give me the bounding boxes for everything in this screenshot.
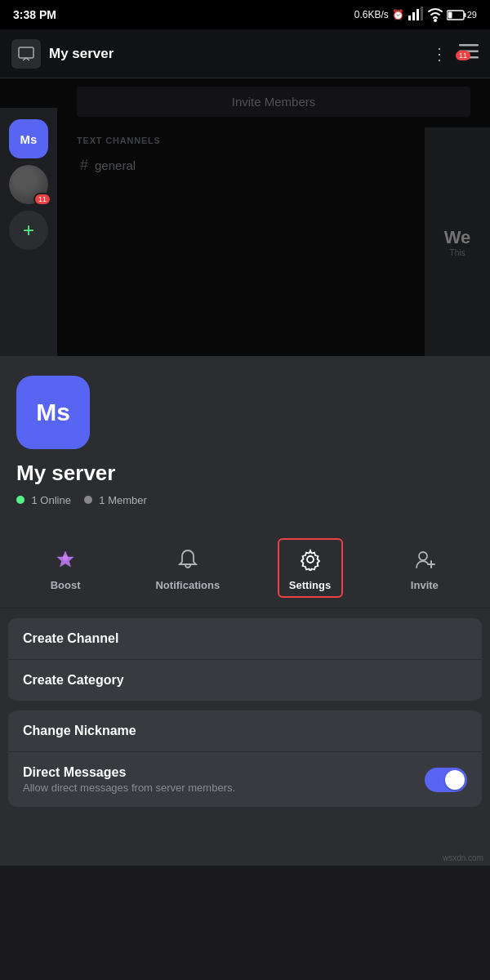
dim-overlay	[0, 78, 490, 356]
boost-button[interactable]: Boost	[33, 540, 98, 596]
server-icon-avatar-wrap: 11	[9, 165, 48, 204]
clock-icon: ⏰	[392, 9, 404, 20]
server-name-header: My server	[49, 46, 423, 62]
add-person-icon	[410, 545, 439, 574]
svg-point-12	[63, 555, 68, 560]
dm-text-group: Direct Messages Allow direct messages fr…	[23, 765, 235, 794]
menu-section-2: Change Nickname Direct Messages Allow di…	[8, 710, 482, 807]
direct-messages-label: Direct Messages	[23, 765, 235, 780]
direct-messages-item[interactable]: Direct Messages Allow direct messages fr…	[8, 752, 482, 807]
server-profile: Ms My server 1 Online 1 Member	[0, 356, 490, 523]
server-stats: 1 Online 1 Member	[16, 492, 474, 507]
server-avatar-large: Ms	[16, 376, 90, 449]
bell-icon	[173, 545, 203, 574]
toggle-knob	[445, 770, 465, 790]
settings-button[interactable]: Settings	[278, 538, 343, 598]
bottom-spacer	[0, 817, 490, 866]
direct-messages-toggle[interactable]	[425, 768, 467, 792]
server-name-large: My server	[16, 461, 474, 486]
svg-rect-7	[448, 11, 452, 18]
settings-label: Settings	[289, 579, 331, 591]
notif-badge: 11	[456, 51, 470, 60]
notifications-button[interactable]: Notifications	[147, 540, 228, 596]
boost-label: Boost	[51, 579, 81, 591]
menu-section-1: Create Channel Create Category	[8, 618, 482, 701]
bottom-sheet: Ms My server 1 Online 1 Member Boost	[0, 356, 490, 866]
svg-rect-0	[408, 16, 411, 20]
add-server-button[interactable]: +	[9, 211, 48, 250]
create-channel-label: Create Channel	[23, 631, 118, 646]
chat-icon	[11, 39, 41, 69]
member-stat: 1 Member	[84, 492, 147, 507]
svg-point-4	[434, 20, 436, 21]
notifications-label: Notifications	[155, 579, 220, 591]
invite-label: Invite	[411, 579, 439, 591]
status-time: 3:38 PM	[13, 8, 56, 21]
svg-rect-9	[459, 44, 479, 47]
svg-rect-3	[421, 7, 423, 20]
channel-area-overlay: Ms 11 + Invite Members TEXT CHANNELS + #…	[0, 78, 490, 356]
create-category-item[interactable]: Create Category	[8, 660, 482, 701]
wifi-icon	[427, 6, 443, 24]
battery-icon: 29	[447, 10, 477, 20]
server-list: Ms 11 +	[0, 108, 57, 356]
svg-rect-2	[416, 9, 419, 20]
member-dot	[84, 496, 92, 504]
change-nickname-item[interactable]: Change Nickname	[8, 710, 482, 752]
watermark: wsxdn.com	[443, 853, 483, 862]
action-row: Boost Notifications Settings	[0, 523, 490, 608]
change-nickname-label: Change Nickname	[23, 724, 136, 738]
discord-header: My server ⋮ 11	[0, 29, 490, 78]
direct-messages-sublabel: Allow direct messages from server member…	[23, 782, 235, 794]
server-icon-ms[interactable]: Ms	[9, 119, 48, 158]
svg-rect-8	[19, 47, 33, 58]
menu-icon-wrap: 11	[459, 44, 479, 63]
online-dot	[16, 496, 24, 504]
svg-point-14	[419, 552, 427, 560]
svg-point-13	[307, 556, 314, 563]
online-stat: 1 Online	[16, 492, 71, 507]
server-notif-badge: 11	[33, 193, 51, 206]
svg-rect-6	[464, 13, 466, 17]
status-icons: 0.6KB/s ⏰ 29	[354, 6, 477, 24]
svg-rect-1	[412, 12, 415, 20]
status-bar: 3:38 PM 0.6KB/s ⏰ 29	[0, 0, 490, 29]
network-speed: 0.6KB/s	[354, 9, 389, 20]
signal-icon	[408, 6, 424, 24]
create-category-label: Create Category	[23, 673, 124, 688]
gear-icon	[296, 545, 325, 574]
online-count: 1 Online	[31, 494, 70, 506]
header-actions: ⋮ 11	[431, 44, 479, 64]
member-count: 1 Member	[99, 494, 147, 506]
invite-button[interactable]: Invite	[392, 540, 457, 596]
create-channel-item[interactable]: Create Channel	[8, 618, 482, 660]
boost-icon	[51, 545, 80, 574]
more-options-icon[interactable]: ⋮	[431, 44, 448, 64]
